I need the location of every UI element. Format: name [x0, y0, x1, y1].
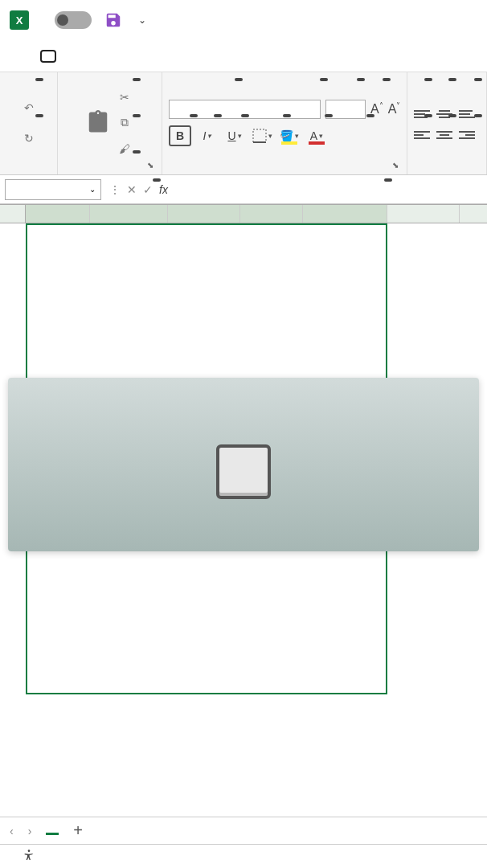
bold-button[interactable]: B: [169, 125, 191, 146]
sheet-tab-bar: ‹ › +: [0, 817, 487, 844]
keytip-fk: [383, 78, 391, 81]
keytip-al: [424, 114, 432, 117]
keycap-b: [216, 444, 271, 499]
keytip-fo: [153, 178, 161, 182]
keytip-at: [424, 78, 432, 81]
redo-button[interactable]: ↻: [19, 129, 39, 148]
sheet-nav-next[interactable]: ›: [28, 825, 32, 837]
group-font: A˄ A˅ B I U 🪣 A ⬊: [162, 72, 407, 174]
group-clipboard: ✂ ⧉ 🖌 ⬊: [58, 72, 162, 174]
keytip-3: [241, 114, 249, 117]
format-painter-button[interactable]: 🖌: [115, 139, 134, 158]
align-bottom-button[interactable]: [459, 108, 475, 121]
cut-button[interactable]: ✂: [115, 88, 134, 107]
italic-button[interactable]: I: [196, 125, 219, 146]
ribbon-tabs: [0, 40, 487, 72]
tab-home[interactable]: [40, 50, 56, 63]
align-left-button[interactable]: [414, 129, 430, 141]
document-name[interactable]: ⌄: [135, 14, 146, 26]
sheet-nav-prev[interactable]: ‹: [10, 825, 14, 837]
font-launcher[interactable]: ⬊: [392, 161, 403, 172]
svg-point-2: [28, 850, 31, 852]
title-bar: X ⌄: [0, 0, 487, 40]
ribbon-toolbar: ↶ ↻ ✂ ⧉ 🖌 ⬊ A˄: [0, 72, 487, 175]
enter-formula-icon[interactable]: ✓: [143, 183, 153, 196]
align-right-button[interactable]: [459, 129, 475, 141]
formula-bar: ⌄ ⋮ ✕ ✓ fx: [0, 175, 487, 204]
shrink-font-button[interactable]: A˅: [388, 101, 401, 117]
group-undo: ↶ ↻: [0, 72, 58, 174]
keytip-c: [133, 114, 141, 117]
clipboard-launcher[interactable]: ⬊: [147, 161, 158, 172]
autosave-toggle[interactable]: [55, 11, 92, 29]
name-box[interactable]: ⌄: [5, 179, 101, 200]
keytip-x: [133, 78, 141, 81]
col-header-c[interactable]: [168, 205, 240, 223]
keytip-am: [448, 78, 456, 81]
name-box-expand-icon[interactable]: ⋮: [109, 183, 121, 196]
keytip-b: [283, 114, 291, 117]
keytip-1: [190, 114, 198, 117]
keytip-fc: [366, 114, 374, 117]
col-header-f[interactable]: [387, 205, 460, 223]
col-header-d[interactable]: [240, 205, 303, 223]
status-bar: [0, 844, 487, 868]
col-header-b[interactable]: [90, 205, 168, 223]
keytip-fs: [320, 78, 328, 81]
excel-icon: X: [10, 10, 29, 30]
save-icon[interactable]: [104, 11, 122, 29]
accessibility-status[interactable]: [23, 849, 35, 864]
align-center-button[interactable]: [436, 129, 452, 141]
fx-icon[interactable]: fx: [159, 183, 168, 196]
instruction-overlay: [8, 378, 479, 551]
tab-formulas[interactable]: [130, 51, 143, 61]
fill-color-button[interactable]: 🪣: [278, 125, 301, 146]
keytip-ff: [235, 78, 243, 81]
keytip-ab: [474, 78, 482, 81]
column-headers: [0, 204, 487, 223]
col-header-a[interactable]: [26, 205, 90, 223]
spreadsheet-grid[interactable]: [0, 204, 487, 223]
tab-view[interactable]: [217, 51, 230, 61]
tab-data[interactable]: [159, 51, 172, 61]
tab-review[interactable]: [188, 51, 201, 61]
borders-button[interactable]: [251, 125, 273, 146]
select-all-corner[interactable]: [0, 205, 26, 223]
underline-button[interactable]: U: [223, 125, 246, 146]
paste-button[interactable]: [86, 108, 110, 138]
keytip-2: [214, 114, 222, 117]
group-alignment: [407, 72, 487, 174]
keytip-fg: [357, 78, 365, 81]
keytip-ac: [448, 114, 456, 117]
sheet-tab-1[interactable]: [46, 826, 59, 835]
col-header-e[interactable]: [303, 205, 387, 223]
tab-insert[interactable]: [72, 51, 85, 61]
cancel-formula-icon[interactable]: ✕: [127, 183, 137, 196]
keytip-fp: [133, 150, 141, 154]
copy-button[interactable]: ⧉: [115, 113, 134, 133]
font-color-button[interactable]: A: [305, 125, 328, 146]
keytip-h: [325, 114, 333, 117]
keytip-ar: [474, 114, 482, 117]
keytip-az: [35, 78, 43, 81]
svg-rect-0: [253, 129, 266, 142]
keytip-fn: [384, 178, 392, 182]
keytip-aq: [35, 114, 43, 117]
add-sheet-button[interactable]: +: [73, 821, 83, 840]
tab-file[interactable]: [11, 51, 24, 61]
accessibility-icon: [23, 849, 35, 862]
tab-page-layout[interactable]: [101, 51, 114, 61]
